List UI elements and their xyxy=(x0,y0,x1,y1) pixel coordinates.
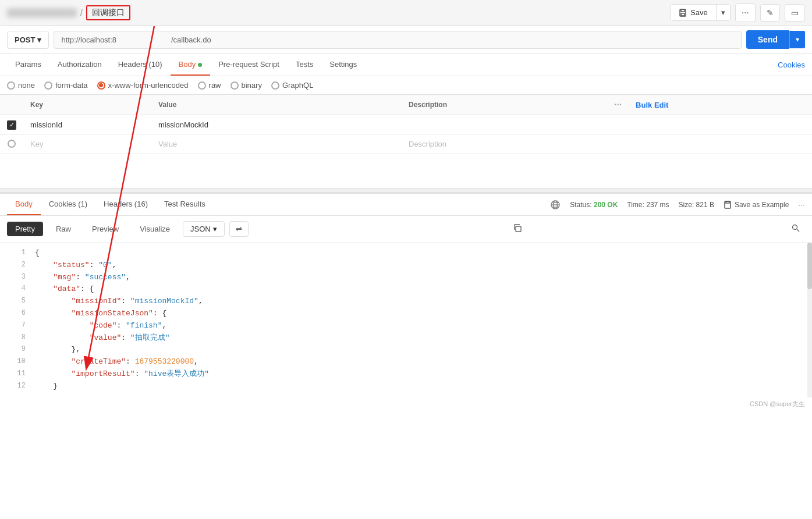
method-chevron: ▾ xyxy=(37,35,41,44)
status-value: 200 OK xyxy=(594,201,618,209)
radio-form-data-circle xyxy=(44,81,52,90)
cookies-link[interactable]: Cookies xyxy=(778,61,805,69)
save-example-label: Save as Example xyxy=(735,201,789,209)
response-tabs-bar: Body Cookies (1) Headers (16) Test Resul… xyxy=(0,194,812,216)
json-line: 6 "missionStateJson": { xyxy=(0,308,812,320)
format-pretty[interactable]: Pretty xyxy=(7,222,43,236)
edit-button[interactable]: ✎ xyxy=(760,4,780,22)
resp-tab-body[interactable]: Body xyxy=(7,194,41,215)
row1-key[interactable]: missionId xyxy=(23,115,151,135)
main-container: / 回调接口 Save ▾ ··· ✎ ▭ POST xyxy=(0,0,812,411)
radio-raw[interactable]: raw xyxy=(198,81,221,90)
radio-urlencoded[interactable]: x-www-form-urlencoded xyxy=(97,81,189,90)
tab-headers[interactable]: Headers (10) xyxy=(110,54,171,76)
save-button[interactable]: Save xyxy=(671,5,716,20)
col-bulk-edit[interactable]: Bulk Edit xyxy=(629,95,812,115)
tab-pre-request[interactable]: Pre-request Script xyxy=(210,54,288,76)
radio-urlencoded-label: x-www-form-urlencoded xyxy=(108,81,189,90)
send-button[interactable]: Send xyxy=(746,30,789,49)
row2-more xyxy=(607,134,629,153)
svg-rect-10 xyxy=(516,226,521,232)
size-value: 821 B xyxy=(696,201,714,209)
search-icon xyxy=(791,223,800,233)
format-raw[interactable]: Raw xyxy=(48,222,79,236)
tab-tests[interactable]: Tests xyxy=(288,54,321,76)
method-selector[interactable]: POST ▾ xyxy=(7,31,49,49)
save-example-button[interactable]: Save as Example xyxy=(724,201,789,209)
json-line: 8 "value": "抽取完成" xyxy=(0,332,812,344)
json-scrollbar[interactable] xyxy=(807,243,812,397)
json-line: 1 { xyxy=(0,247,812,260)
send-chevron-button[interactable]: ▾ xyxy=(789,31,805,48)
resp-tab-cookies[interactable]: Cookies (1) xyxy=(41,194,95,215)
copy-icon xyxy=(513,223,522,233)
time-value: 237 ms xyxy=(646,201,669,209)
radio-none-circle xyxy=(7,81,15,90)
col-key: Key xyxy=(23,95,151,115)
tab-params[interactable]: Params xyxy=(7,54,49,76)
row1-checkbox[interactable]: ✓ xyxy=(0,115,23,135)
radio-raw-circle xyxy=(198,81,206,90)
radio-graphql-label: GraphQL xyxy=(282,81,313,90)
format-preview[interactable]: Preview xyxy=(84,222,127,236)
more-button[interactable]: ··· xyxy=(735,3,756,22)
col-description: Description xyxy=(402,95,607,115)
resp-tab-test-results[interactable]: Test Results xyxy=(156,194,214,215)
request-body-area: Key Value Description ··· Bulk Edit ✓ mi… xyxy=(0,95,812,188)
json-line: 9 }, xyxy=(0,344,812,356)
resp-more-button[interactable]: ··· xyxy=(798,200,805,209)
row2-value[interactable]: Value xyxy=(151,134,402,153)
header-bar: / 回调接口 Save ▾ ··· ✎ ▭ xyxy=(0,0,812,26)
radio-binary[interactable]: binary xyxy=(231,81,262,90)
tab-authorization[interactable]: Authorization xyxy=(49,54,110,76)
current-title: 回调接口 xyxy=(86,5,130,20)
row1-description[interactable] xyxy=(402,115,607,135)
radio-urlencoded-circle xyxy=(97,81,105,90)
send-btn-group: Send ▾ xyxy=(746,30,805,49)
svg-rect-2 xyxy=(681,13,685,16)
comment-button[interactable]: ▭ xyxy=(785,4,805,22)
radio-form-data[interactable]: form-data xyxy=(44,81,88,90)
json-line: 5 "missionId": "missionMockId", xyxy=(0,296,812,308)
url-bar: POST ▾ Send ▾ xyxy=(0,26,812,54)
col-checkbox xyxy=(0,95,23,115)
response-format-bar: Pretty Raw Preview Visualize JSON ▾ ⇌ xyxy=(0,216,812,243)
tab-settings[interactable]: Settings xyxy=(321,54,365,76)
body-type-bar: none form-data x-www-form-urlencoded raw… xyxy=(0,76,812,95)
json-type-selector[interactable]: JSON ▾ xyxy=(183,221,225,237)
save-icon xyxy=(679,9,687,17)
col-value: Value xyxy=(151,95,402,115)
method-label: POST xyxy=(15,35,35,44)
watermark: CSDN @super先生 xyxy=(0,397,812,411)
search-button[interactable] xyxy=(786,221,805,237)
save-label: Save xyxy=(690,8,708,17)
resp-tab-headers[interactable]: Headers (16) xyxy=(95,194,156,215)
svg-line-12 xyxy=(797,229,799,232)
copy-button[interactable] xyxy=(508,221,527,237)
radio-form-data-label: form-data xyxy=(55,81,88,90)
json-line: 2 "status": "0", xyxy=(0,260,812,272)
json-scrollbar-thumb[interactable] xyxy=(807,243,812,289)
radio-graphql[interactable]: GraphQL xyxy=(271,81,313,90)
wrap-button[interactable]: ⇌ xyxy=(229,221,249,237)
save-chevron-button[interactable]: ▾ xyxy=(716,5,730,20)
request-tabs: Params Authorization Headers (10) Body P… xyxy=(0,54,812,76)
format-visualize[interactable]: Visualize xyxy=(132,222,178,236)
header-actions: Save ▾ ··· ✎ ▭ xyxy=(670,3,805,22)
json-line: 12 } xyxy=(0,381,812,393)
radio-binary-label: binary xyxy=(242,81,262,90)
row2-key[interactable]: Key xyxy=(23,134,151,153)
radio-raw-label: raw xyxy=(209,81,221,90)
breadcrumb: / 回调接口 xyxy=(7,5,670,20)
save-btn-group: Save ▾ xyxy=(670,4,731,21)
breadcrumb-separator: / xyxy=(80,8,83,17)
table-row: ✓ missionId missionMockId xyxy=(0,115,812,135)
url-input[interactable] xyxy=(54,31,741,49)
radio-none[interactable]: none xyxy=(7,81,35,90)
row2-checkbox[interactable] xyxy=(0,134,23,153)
response-area: Body Cookies (1) Headers (16) Test Resul… xyxy=(0,193,812,411)
size-label: Size: 821 B xyxy=(679,201,714,209)
row1-value[interactable]: missionMockId xyxy=(151,115,402,135)
tab-body[interactable]: Body xyxy=(171,54,211,76)
row2-description[interactable]: Description xyxy=(402,134,607,153)
